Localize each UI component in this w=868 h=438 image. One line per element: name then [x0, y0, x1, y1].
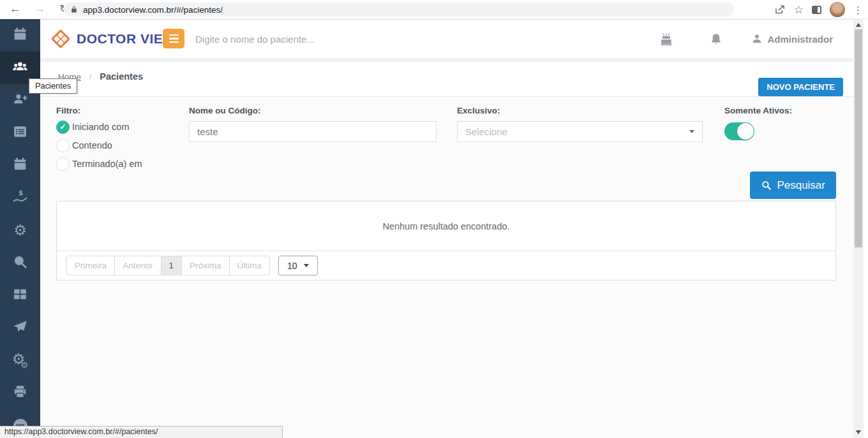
filter-label: Filtro:: [56, 106, 142, 115]
radio-checked-icon: ✓: [56, 120, 70, 134]
screen: ← → ↻ app3.doctorview.com.br/#/pacientes…: [0, 0, 868, 438]
sidebar-item-records[interactable]: [0, 117, 40, 149]
search-button[interactable]: Pesquisar: [750, 172, 836, 199]
filter-options-group: Filtro: ✓ Iniciando com Contendo Termina…: [56, 106, 142, 171]
search-icon: [761, 180, 772, 191]
chevron-down-icon: [689, 130, 694, 133]
active-only-group: Somente Ativos:: [724, 106, 792, 140]
pagination-first[interactable]: Primeira: [67, 256, 114, 275]
bookmark-star-icon[interactable]: ☆: [794, 4, 804, 15]
user-icon: [751, 33, 763, 45]
exclusive-select-value: Selecione: [465, 126, 507, 137]
user-add-icon: [12, 91, 28, 110]
breadcrumb-separator: /: [89, 72, 92, 82]
sidebar-item-messages[interactable]: [0, 312, 40, 344]
radio-unchecked-icon: [56, 157, 70, 171]
name-code-label: Nome ou Código:: [189, 106, 437, 115]
bell-icon[interactable]: [709, 33, 723, 49]
page-title: Pacientes: [100, 71, 143, 82]
exclusive-label: Exclusivo:: [457, 106, 703, 115]
gears-icon: ⚙⚙: [12, 352, 28, 369]
forward-icon[interactable]: →: [31, 0, 49, 19]
page-size-select[interactable]: 10: [278, 256, 318, 275]
radio-ends-with[interactable]: Terminado(a) em: [56, 157, 142, 171]
side-panel-icon[interactable]: [812, 6, 821, 14]
calendar-alt-icon: [12, 156, 28, 175]
logo-diamond-icon: [49, 27, 72, 50]
search-icon: [12, 254, 28, 272]
scrollbar-thumb[interactable]: [855, 29, 862, 247]
share-icon[interactable]: [774, 4, 786, 15]
gear-icon: ⚙: [13, 223, 27, 238]
sidebar-item-appointments[interactable]: [0, 149, 40, 182]
logo[interactable]: DOCTOR VIEW: [49, 27, 176, 50]
lock-icon: [70, 6, 78, 13]
exclusive-filter-group: Exclusivo: Selecione: [457, 106, 703, 142]
scroll-up-arrow[interactable]: [853, 20, 864, 29]
url-bar[interactable]: app3.doctorview.com.br/#/pacientes/: [64, 3, 734, 17]
exclusive-select[interactable]: Selecione: [457, 121, 703, 142]
table-icon: [12, 286, 28, 305]
pagination-previous[interactable]: Anterior: [114, 256, 160, 275]
status-bar: https://app3.doctorview.com.br/#/pacient…: [0, 426, 283, 438]
new-patient-button[interactable]: NOVO PACIENTE: [758, 78, 843, 96]
app-header: DOCTOR VIEW Administrador: [40, 20, 853, 58]
empty-results-message: Nenhum resultado encontrado.: [57, 201, 835, 251]
user-name: Administrador: [767, 34, 833, 45]
page-size-value: 10: [287, 261, 297, 271]
active-only-label: Somente Ativos:: [724, 106, 792, 115]
patients-icon: [12, 59, 28, 77]
user-menu[interactable]: Administrador: [751, 33, 833, 45]
menu-toggle-button[interactable]: [163, 29, 184, 48]
name-code-input[interactable]: [189, 121, 437, 142]
pagination-next[interactable]: Próxima: [181, 256, 229, 275]
pagination-page-1[interactable]: 1: [161, 256, 182, 275]
sidebar-item-print[interactable]: [0, 377, 40, 409]
tooltip: Pacientes: [29, 78, 77, 94]
app-main: DOCTOR VIEW Administrador Home / Pa: [40, 19, 853, 438]
content: Filtro: ✓ Iniciando com Contendo Termina…: [40, 97, 853, 438]
hand-dollar-icon: $: [12, 189, 28, 207]
url-text: app3.doctorview.com.br/#/pacientes/: [83, 5, 223, 15]
birthday-cake-icon[interactable]: [659, 33, 673, 49]
sidebar-item-search[interactable]: [0, 247, 40, 279]
chevron-down-icon: [304, 264, 309, 267]
printer-icon: [12, 384, 28, 402]
radio-starts-with[interactable]: ✓ Iniciando com: [56, 120, 142, 134]
list-icon: [12, 124, 28, 142]
patient-search-input[interactable]: [195, 29, 470, 49]
menu-dots-icon[interactable]: ⋮: [853, 5, 863, 15]
radio-unchecked-icon: [56, 139, 70, 152]
browser-toolbar: ← → ↻ app3.doctorview.com.br/#/pacientes…: [0, 0, 868, 19]
send-icon: [12, 319, 28, 337]
sidebar-item-billing[interactable]: $: [0, 182, 40, 214]
back-icon[interactable]: ←: [6, 0, 24, 19]
pagination-row: Primeira Anterior 1 Próxima Última 10: [57, 251, 835, 280]
svg-text:$: $: [19, 189, 23, 196]
pagination: Primeira Anterior 1 Próxima Última: [66, 256, 270, 275]
logo-text: DOCTOR VIEW: [77, 31, 176, 47]
active-only-toggle[interactable]: [724, 122, 754, 140]
scroll-down-arrow[interactable]: [853, 428, 864, 437]
name-filter-group: Nome ou Código:: [189, 106, 437, 142]
sidebar-item-reports[interactable]: [0, 279, 40, 312]
radio-contains[interactable]: Contendo: [56, 138, 142, 152]
calendar-icon: [12, 26, 28, 45]
scrollbar-track[interactable]: [853, 19, 864, 438]
breadcrumb-row: Home / Pacientes NOVO PACIENTE: [40, 62, 853, 97]
pagination-last[interactable]: Última: [229, 256, 269, 275]
avatar[interactable]: [830, 2, 845, 17]
toggle-knob: [737, 123, 754, 140]
sidebar-item-schedule[interactable]: [0, 19, 40, 52]
sidebar-item-settings[interactable]: ⚙: [0, 214, 40, 247]
results-panel: Nenhum resultado encontrado. Primeira An…: [56, 201, 836, 281]
sidebar-item-system-settings[interactable]: ⚙⚙: [0, 344, 40, 377]
